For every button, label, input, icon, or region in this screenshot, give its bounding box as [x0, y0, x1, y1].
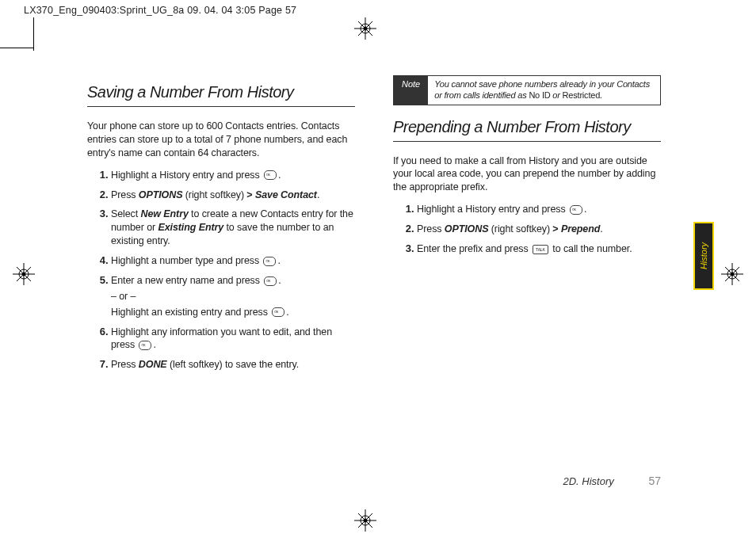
registration-mark-icon: [721, 263, 743, 285]
heading-prepending: Prepending a Number From History: [393, 116, 661, 138]
crop-mark: [0, 48, 33, 48]
ok-key-icon: [263, 257, 276, 266]
list-item: Highlight a number type and press .: [111, 254, 355, 268]
section-name: 2D. History: [563, 475, 614, 487]
left-column: Saving a Number From History Your phone …: [87, 75, 355, 377]
note-box: Note You cannot save phone numbers alrea…: [393, 75, 661, 105]
section-tab-label: History: [699, 242, 708, 269]
talk-key-icon: TALK: [533, 245, 548, 254]
list-item: Press OPTIONS (right softkey) > Prepend.: [417, 222, 661, 236]
heading-saving: Saving a Number From History: [87, 82, 355, 103]
registration-mark-icon: [354, 17, 376, 40]
list-item: Highlight any information you want to ed…: [111, 325, 355, 353]
ok-key-icon: [264, 276, 277, 286]
print-header: LX370_Eng_090403:Sprint_UG_8a 09. 04. 04…: [24, 5, 296, 16]
list-item: Select New Entry to create a new Contact…: [111, 207, 355, 248]
note-text: You cannot save phone numbers already in…: [428, 76, 660, 105]
crop-mark: [33, 17, 34, 51]
page-number: 57: [648, 475, 661, 487]
registration-mark-icon: [13, 263, 35, 285]
svg-point-17: [731, 273, 735, 276]
list-item: Press OPTIONS (right softkey) > Save Con…: [111, 188, 355, 202]
svg-point-5: [364, 27, 368, 31]
intro-text: Your phone can store up to 600 Contacts …: [87, 120, 355, 160]
list-item: Highlight a History entry and press .: [417, 202, 661, 216]
list-item: Press DONE (left softkey) to save the en…: [111, 357, 355, 372]
svg-point-11: [22, 273, 26, 276]
heading-rule: [393, 141, 661, 142]
section-tab: History: [693, 222, 714, 290]
note-label: Note: [394, 76, 428, 105]
ok-key-icon: [264, 170, 277, 180]
right-column: Note You cannot save phone numbers alrea…: [393, 75, 661, 377]
ok-key-icon: [570, 205, 582, 215]
intro-text: If you need to make a call from History …: [393, 154, 661, 195]
registration-mark-icon: [354, 509, 376, 532]
list-item: Highlight a History entry and press .: [111, 168, 355, 182]
list-item: Enter a new entry name and press . – or …: [111, 273, 355, 319]
svg-point-23: [364, 519, 368, 523]
ok-key-icon: [139, 341, 151, 350]
ok-key-icon: [272, 307, 284, 317]
page-footer: 2D. History 57: [563, 475, 662, 487]
heading-rule: [87, 106, 355, 107]
list-item: Enter the prefix and press TALK to call …: [417, 242, 661, 256]
